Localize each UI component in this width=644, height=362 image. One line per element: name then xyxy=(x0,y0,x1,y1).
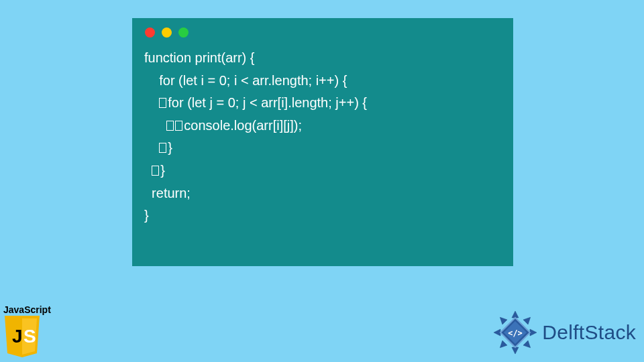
javascript-label: JavaScript xyxy=(3,304,51,315)
svg-marker-4 xyxy=(512,311,519,318)
delftstack-emblem-icon: </> xyxy=(491,308,539,357)
svg-text:J: J xyxy=(12,326,23,347)
minimize-icon xyxy=(162,27,172,38)
svg-marker-7 xyxy=(523,341,533,350)
svg-text:S: S xyxy=(23,326,36,347)
svg-marker-5 xyxy=(523,315,533,324)
svg-marker-8 xyxy=(512,347,519,354)
window-controls xyxy=(145,27,502,38)
maximize-icon xyxy=(178,27,189,38)
svg-marker-9 xyxy=(498,341,507,350)
javascript-logo: JavaScript J S xyxy=(3,304,51,357)
delftstack-logo: </> DelftStack xyxy=(491,308,636,357)
code-window: function print(arr) { for (let i = 0; i … xyxy=(132,18,513,266)
svg-marker-6 xyxy=(530,329,537,336)
svg-marker-10 xyxy=(494,329,500,336)
svg-marker-11 xyxy=(498,315,507,324)
code-block: function print(arr) { for (let i = 0; i … xyxy=(143,47,502,227)
close-icon xyxy=(145,27,155,38)
svg-text:</>: </> xyxy=(508,328,523,338)
javascript-shield-icon: J S xyxy=(3,316,41,357)
delftstack-text: DelftStack xyxy=(542,321,636,344)
